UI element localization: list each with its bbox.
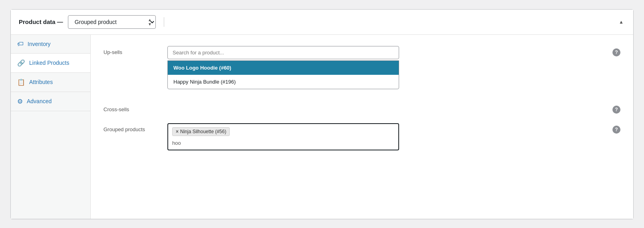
grouped-products-input[interactable] — [172, 140, 394, 146]
crosssells-help-icon[interactable]: ? — [612, 106, 620, 114]
tag-label-ninja: Ninja Silhouette (#56) — [180, 129, 226, 134]
sidebar-label-inventory: Inventory — [28, 41, 51, 47]
dropdown-item-happy-ninja[interactable]: Happy Ninja Bundle (#196) — [168, 75, 399, 89]
panel-header: Product data — Simple productGrouped pro… — [11, 10, 633, 35]
panel-dash: — — [57, 18, 63, 25]
panel-title: Product data — — [19, 18, 63, 25]
advanced-icon: ⚙ — [17, 98, 23, 105]
crosssells-row: Cross-sells ? — [103, 103, 620, 114]
sidebar-label-linked-products: Linked Products — [29, 60, 69, 66]
sidebar-item-advanced[interactable]: ⚙ Advanced — [11, 92, 90, 111]
upsells-dropdown-container: Woo Logo Hoodie (#60) Happy Ninja Bundle… — [167, 46, 399, 59]
collapse-button[interactable]: ▲ — [617, 18, 625, 26]
product-type-select[interactable]: Simple productGrouped productExternal/Af… — [68, 15, 156, 29]
upsells-dropdown-list: Woo Logo Hoodie (#60) Happy Ninja Bundle… — [167, 60, 399, 89]
sidebar-item-linked-products[interactable]: 🔗 Linked Products — [11, 54, 90, 73]
header-divider — [164, 17, 164, 27]
linked-products-icon: 🔗 — [17, 59, 25, 67]
sidebar: 🏷 Inventory 🔗 Linked Products 📋 Attribut… — [11, 35, 91, 219]
upsells-help-icon[interactable]: ? — [612, 48, 620, 56]
inventory-icon: 🏷 — [17, 40, 24, 48]
tag-remove-icon[interactable]: × — [176, 129, 179, 134]
sidebar-item-inventory[interactable]: 🏷 Inventory — [11, 35, 90, 54]
sidebar-label-attributes: Attributes — [29, 79, 53, 85]
upsells-control: Woo Logo Hoodie (#60) Happy Ninja Bundle… — [167, 46, 608, 59]
product-data-panel: Product data — Simple productGrouped pro… — [10, 9, 634, 219]
panel-header-left: Product data — Simple productGrouped pro… — [19, 15, 167, 29]
sidebar-item-attributes[interactable]: 📋 Attributes — [11, 73, 90, 92]
main-content: Up-sells Woo Logo Hoodie (#60) Happy Nin… — [91, 35, 633, 219]
grouped-products-help-icon[interactable]: ? — [612, 126, 620, 134]
upsells-search-input[interactable] — [167, 46, 399, 59]
tag-ninja-silhouette[interactable]: × Ninja Silhouette (#56) — [172, 127, 230, 136]
grouped-products-field[interactable]: × Ninja Silhouette (#56) — [167, 123, 399, 150]
upsells-label: Up-sells — [103, 46, 167, 55]
crosssells-label: Cross-sells — [103, 103, 167, 112]
panel-title-text: Product data — [19, 18, 56, 25]
upsells-row: Up-sells Woo Logo Hoodie (#60) Happy Nin… — [103, 46, 620, 59]
attributes-icon: 📋 — [17, 78, 25, 86]
product-type-wrapper[interactable]: Simple productGrouped productExternal/Af… — [68, 15, 156, 29]
dropdown-item-woo-logo[interactable]: Woo Logo Hoodie (#60) — [168, 61, 399, 75]
grouped-products-row: Grouped products × Ninja Silhouette (#56… — [103, 123, 620, 150]
grouped-products-control: × Ninja Silhouette (#56) — [167, 123, 608, 150]
grouped-products-label: Grouped products — [103, 123, 167, 132]
sidebar-label-advanced: Advanced — [27, 98, 52, 104]
panel-body: 🏷 Inventory 🔗 Linked Products 📋 Attribut… — [11, 35, 633, 219]
tag-container: × Ninja Silhouette (#56) — [172, 127, 394, 136]
